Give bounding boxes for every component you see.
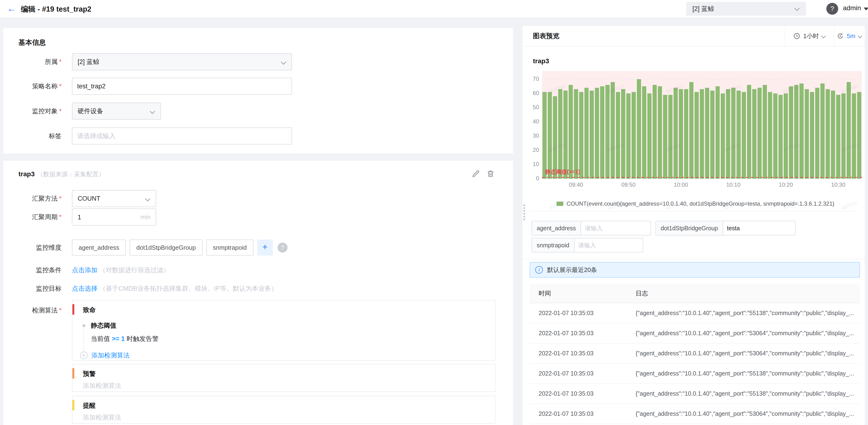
bar[interactable] [558,89,562,179]
bar[interactable] [700,89,704,179]
bar[interactable] [732,88,735,179]
bar[interactable] [595,88,599,179]
tag-input[interactable] [72,128,292,144]
bar[interactable] [669,95,672,179]
back-arrow-icon[interactable]: ← [7,3,16,14]
bar[interactable] [653,85,656,179]
bar[interactable] [611,82,615,179]
bar[interactable] [747,85,751,179]
help-icon[interactable]: ? [826,3,838,15]
bar[interactable] [821,84,825,179]
bar[interactable] [564,91,567,179]
refresh-interval-select[interactable]: A 5m [834,26,865,46]
bar[interactable] [548,92,552,179]
preview-bar-chart[interactable] [542,71,862,179]
bar[interactable] [810,92,814,179]
filter-snmptrapoid-input[interactable] [574,238,643,253]
add-algorithm-reminder[interactable]: 添加检测算法 [83,413,121,422]
table-row[interactable]: 2022-01-07 10:35:03{"agent_address":"10.… [530,404,860,424]
table-row[interactable]: 2022-01-07 10:35:03{"agent_address":"10.… [530,323,860,343]
bar[interactable] [689,82,693,179]
user-menu[interactable]: admin [843,4,861,12]
bar[interactable] [647,93,651,179]
bar[interactable] [632,92,636,179]
bar[interactable] [569,85,573,179]
bar[interactable] [684,89,688,179]
bar[interactable] [742,92,746,179]
agg-period-input[interactable] [77,209,132,225]
bar[interactable] [847,82,851,179]
bar[interactable] [805,89,809,179]
algorithm-label: 检测算法* [3,306,62,315]
table-row[interactable]: 2022-01-07 10:35:03{"agent_address":"10.… [530,343,860,364]
bar[interactable] [795,85,798,179]
filter-dot1dstpbridgegroup-input[interactable] [723,221,796,235]
bar[interactable] [800,84,803,179]
panel-resize-handle[interactable] [523,203,526,222]
bar[interactable] [658,86,662,179]
dimension-tag[interactable]: dot1dStpBridgeGroup [130,239,203,256]
bar[interactable] [815,88,819,179]
bar[interactable] [752,89,756,179]
bar[interactable] [606,85,609,179]
bar[interactable] [852,93,856,179]
bar[interactable] [836,95,840,179]
table-row[interactable]: 2022-01-07 10:35:03{"agent_address":"10.… [530,303,860,323]
bar[interactable] [857,92,861,179]
bar[interactable] [600,86,604,179]
bar[interactable] [789,86,793,179]
bar[interactable] [574,89,578,179]
bar[interactable] [663,95,667,179]
add-algorithm-critical[interactable]: + 添加检测算法 [80,351,130,360]
bar[interactable] [616,92,620,179]
bar[interactable] [831,91,835,179]
bar[interactable] [773,93,777,179]
bar[interactable] [621,89,625,179]
bar[interactable] [579,92,583,179]
chart-legend[interactable]: COUNT(event.count){agent_address=10.0.1.… [557,200,834,207]
bar[interactable] [642,86,646,179]
algorithm-dot-icon [82,324,86,327]
bar[interactable] [784,93,788,179]
filter-agent-address-input[interactable] [581,221,651,235]
bar[interactable] [841,93,845,179]
bar[interactable] [637,79,641,179]
bar[interactable] [758,88,762,179]
bar[interactable] [585,88,588,179]
dimension-tag[interactable]: agent_address [72,239,126,256]
select-target-link[interactable]: 点击选择 [72,285,97,292]
add-condition-link[interactable]: 点击添加 [72,266,97,274]
bar[interactable] [726,89,730,179]
dimension-tag[interactable]: snmptrapoid [206,239,253,256]
bar[interactable] [590,91,594,179]
policy-name-input[interactable] [72,78,292,95]
bar[interactable] [710,91,714,179]
bar[interactable] [716,86,719,179]
time-range-select[interactable]: 1小时 [785,26,834,46]
bar[interactable] [705,88,709,179]
delete-icon[interactable] [486,169,495,178]
bar[interactable] [768,92,772,179]
agg-method-select[interactable]: COUNT [72,190,156,207]
bar[interactable] [627,93,630,179]
bar[interactable] [679,89,683,179]
bar[interactable] [674,88,678,179]
bar[interactable] [826,89,830,179]
add-dimension-button[interactable]: + [257,239,273,256]
bar[interactable] [542,92,547,179]
log-time: 2022-01-07 10:35:03 [530,330,636,337]
workspace-select[interactable]: [2] 蓝鲸 [686,2,806,16]
table-row[interactable]: 2022-01-07 10:35:03{"agent_address":"10.… [530,384,860,404]
bar[interactable] [553,96,557,179]
monitor-object-select[interactable]: 硬件设备 [72,103,161,120]
bar[interactable] [763,85,767,179]
edit-icon[interactable] [471,169,480,178]
bar[interactable] [721,93,725,179]
bar[interactable] [737,91,740,179]
table-row[interactable]: 2022-01-07 10:35:03{"agent_address":"10.… [530,364,860,384]
bar[interactable] [779,95,782,179]
add-algorithm-warning[interactable]: 添加检测算法 [83,381,121,390]
question-circle-icon[interactable]: ? [278,243,287,253]
bar[interactable] [695,92,699,179]
owner-select[interactable]: [2] 蓝鲸 [72,53,292,70]
